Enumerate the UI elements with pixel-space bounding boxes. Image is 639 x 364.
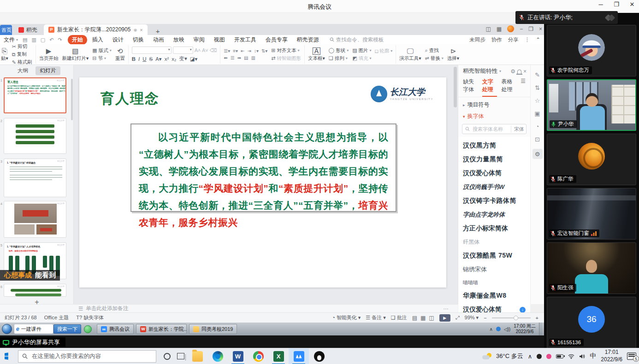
remote-taskbar-button-1[interactable]: W新生家长：学院... (136, 324, 187, 334)
outdent-icon[interactable]: ⇤ (241, 48, 244, 53)
font-size-select[interactable] (173, 47, 193, 54)
number-list-icon[interactable]: ≡▾ (233, 48, 238, 53)
outline-tab[interactable]: 大纲 (13, 66, 33, 75)
remote-clock[interactable]: 17:00 周二 2022/9/6 (514, 323, 536, 335)
cortana-icon[interactable] (164, 353, 171, 360)
grid-view-icon[interactable]: ▦ (420, 315, 426, 321)
tray-volume-icon[interactable]: ◁)) (504, 327, 510, 332)
format-painter-button[interactable]: ✎格式刷 (12, 59, 32, 65)
fit-slide-icon[interactable]: ⤢ (456, 315, 460, 321)
ribbon-tab-10[interactable]: 稻壳资源 (293, 35, 323, 45)
taskbar-word[interactable]: W (228, 348, 248, 364)
volume-icon[interactable] (579, 354, 585, 359)
ribbon-tab-9[interactable]: 会员专享 (261, 35, 292, 45)
current-slide[interactable]: 育人理念 长江大学 YANGTZE UNIVERSITY 以习近平新时代中国特色… (79, 77, 446, 288)
fill-button[interactable]: ◩填充▾ (352, 55, 371, 62)
normal-view-icon[interactable]: ▤ (412, 315, 417, 321)
qq-pink-tray-icon[interactable] (546, 354, 551, 359)
font-item[interactable]: 华康俪金黑W8 (458, 289, 530, 303)
font-item[interactable]: 汉仪铸字卡路体简 (458, 194, 530, 208)
docer-tab-2[interactable]: 表格处理 (502, 78, 516, 97)
ribbon-tab-8[interactable]: 开发工具 (230, 35, 260, 45)
select-button[interactable]: ⊳选择▾ (447, 47, 459, 62)
tray-expand-icon[interactable]: ∧ (528, 353, 532, 360)
battery-icon[interactable] (556, 354, 563, 358)
layout-tool-icon[interactable]: ▣ (534, 110, 540, 117)
notes-bar[interactable]: ☰ 单击此处添加备注 ⋯ (0, 304, 458, 312)
remote-taskbar-button-0[interactable]: 腾讯会议 (97, 324, 134, 334)
qq-tray-icon[interactable] (537, 354, 542, 359)
ribbon-tab-4[interactable]: 动画 (149, 35, 168, 45)
font-item[interactable]: 方正小标宋简体 (458, 222, 530, 235)
underline-button[interactable]: U (142, 56, 146, 62)
undo-icon[interactable]: ↶ (49, 37, 53, 43)
zoom-in-button[interactable]: + (536, 315, 538, 321)
more-menu-icon[interactable]: ⋮ (525, 36, 530, 43)
beautify-button[interactable]: ◔ 智能美化 ▾ (332, 314, 361, 321)
more-options-icon[interactable]: ⋯ (444, 305, 449, 312)
clock[interactable]: 17:01 2022/9/6 (601, 349, 622, 363)
ribbon-tab-6[interactable]: 审阅 (189, 35, 209, 45)
missing-font-status[interactable]: Т? 缺失字体 (76, 314, 104, 321)
justify-icon[interactable]: ▤ (244, 55, 248, 60)
panel-bell-icon[interactable] (517, 70, 521, 74)
slide-thumbnail-2[interactable]: 长江大学 (4, 118, 66, 154)
thumbnail-scrollbar[interactable] (71, 79, 73, 120)
smart-graphic-button[interactable]: ⇄转智能图形 (271, 55, 301, 62)
panel-settings-icon[interactable]: ⚙ (510, 68, 515, 75)
font-color-button[interactable]: A▾ (155, 56, 161, 62)
taskbar-edge[interactable] (207, 348, 228, 364)
find-button[interactable]: ⌕查找 (425, 47, 444, 54)
highlight-button[interactable]: ◪▾ (190, 56, 198, 62)
split-view-icon[interactable]: ◫ (486, 26, 491, 32)
start-button[interactable] (5, 352, 12, 360)
command-search[interactable]: 查找命令、搜索模板 (330, 36, 384, 43)
bold-button[interactable]: B (132, 56, 136, 62)
align-text-button[interactable]: ⊞对齐文本▾ (271, 47, 301, 54)
wifi-icon[interactable] (568, 354, 574, 359)
share-button[interactable]: 分享 (508, 36, 519, 43)
taskbar-qq[interactable] (309, 348, 329, 364)
tray-expand-icon[interactable]: ∧ (490, 327, 493, 332)
minimize-icon[interactable]: ─ (597, 1, 605, 8)
line-spacing-icon[interactable]: ↕▾ (254, 48, 259, 53)
zoom-slider[interactable] (492, 317, 531, 318)
picture-button[interactable]: ▨图片▾ (352, 47, 371, 54)
history-icon[interactable]: ◔ (536, 123, 539, 130)
browser-360-icon[interactable] (84, 325, 92, 333)
outline-button[interactable]: □轮廓▾ (375, 48, 393, 54)
remote-start-orb[interactable] (2, 324, 12, 334)
participant-tile[interactable]: 阳生强 (547, 242, 636, 294)
layout-button[interactable]: ▦版式▾ (92, 47, 111, 54)
collapse-ribbon-icon[interactable]: ⌃ (536, 36, 540, 43)
ribbon-tab-7[interactable]: 视图 (210, 35, 229, 45)
font-item[interactable]: 锦绣宋体 (458, 263, 530, 276)
reading-view-icon[interactable]: ◫ (429, 315, 434, 321)
remote-taskbar-button-2[interactable]: 同类考核2019 (189, 324, 237, 334)
strike-button[interactable]: S (149, 56, 153, 62)
notification-icon[interactable]: 5 (627, 352, 636, 360)
font-item[interactable]: 汉仪尚巍手书W (458, 180, 530, 194)
tab-docer[interactable]: 稻壳 (12, 25, 44, 35)
shape-button[interactable]: ◯形状▾ (329, 47, 349, 54)
bullet-section[interactable]: ▸项目符号 (458, 97, 530, 109)
change-font-section[interactable]: ▾换字体 (458, 109, 530, 120)
pin-icon[interactable]: ◉ (133, 28, 137, 32)
taskbar-chrome[interactable] (248, 348, 268, 364)
textbox-button[interactable]: 🄰文本框▾ (308, 47, 325, 62)
slide-thumbnail-4[interactable]: 长江大学 (4, 201, 66, 238)
docer-tab-0[interactable]: 缺失字体 (463, 78, 478, 97)
indent-icon[interactable]: ⇥ (248, 48, 251, 53)
weather-text[interactable]: 36°C 多云 (496, 352, 523, 360)
taskbar-search[interactable] (18, 350, 156, 363)
slides-tab[interactable]: 幻灯片 (36, 66, 61, 75)
italic-button[interactable]: I (138, 56, 140, 62)
weather-icon[interactable] (482, 353, 491, 359)
font-download-icon[interactable]: ↓ (520, 307, 526, 313)
slide-thumbnail-6[interactable]: 长江大学 (4, 284, 66, 297)
sync-status[interactable]: 未同步 (469, 36, 485, 43)
participant-tile[interactable]: 尹小华 (547, 79, 636, 131)
redo-icon[interactable]: ↷ (58, 37, 62, 43)
align-left-icon[interactable]: ⬅ (224, 55, 227, 60)
docer-tab-menu-icon[interactable]: ☰ (521, 78, 526, 97)
